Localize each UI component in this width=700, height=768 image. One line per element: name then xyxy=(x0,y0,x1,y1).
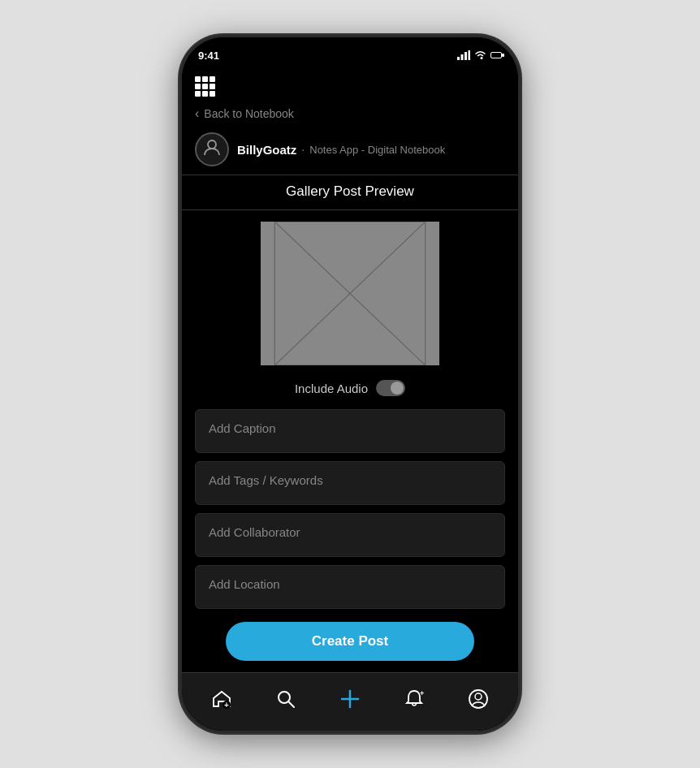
bottom-nav: + xyxy=(182,672,518,731)
svg-text:+: + xyxy=(224,701,229,710)
svg-rect-0 xyxy=(457,57,460,60)
status-icons xyxy=(457,50,502,60)
wifi-icon xyxy=(474,50,486,60)
nav-item-search[interactable] xyxy=(269,685,303,713)
top-app-bar xyxy=(182,73,518,101)
grid-icon[interactable] xyxy=(195,76,215,97)
phone-shell: 9:41 xyxy=(179,35,521,733)
svg-text:+: + xyxy=(420,689,424,697)
notch xyxy=(301,37,399,60)
toggle-knob xyxy=(391,382,404,395)
collaborator-placeholder: Add Collaborator xyxy=(209,525,300,539)
svg-rect-1 xyxy=(461,54,464,60)
audio-label: Include Audio xyxy=(295,382,368,395)
volume-down-button xyxy=(179,211,181,245)
username: BillyGoatz xyxy=(237,143,296,157)
collaborator-field[interactable]: Add Collaborator xyxy=(195,513,505,557)
image-placeholder[interactable] xyxy=(261,222,439,365)
svg-point-4 xyxy=(208,140,216,149)
caption-placeholder: Add Caption xyxy=(209,421,276,435)
tags-field[interactable]: Add Tags / Keywords xyxy=(195,461,505,505)
create-post-button[interactable]: Create Post xyxy=(226,622,474,661)
battery-icon xyxy=(490,52,502,58)
location-field[interactable]: Add Location xyxy=(195,565,505,609)
user-info: BillyGoatz · Notes App - Digital Noteboo… xyxy=(237,143,445,157)
avatar-icon xyxy=(201,136,223,162)
signal-icon xyxy=(457,50,470,60)
plus-icon xyxy=(339,688,361,710)
volume-up-button xyxy=(179,167,181,201)
svg-rect-2 xyxy=(465,52,467,60)
back-label: Back to Notebook xyxy=(204,107,294,120)
status-time: 9:41 xyxy=(198,50,219,62)
status-bar: 9:41 xyxy=(182,37,518,73)
avatar xyxy=(195,132,229,166)
back-arrow-icon: ‹ xyxy=(195,106,199,121)
main-content: Include Audio Add Caption Add Tags / Key… xyxy=(182,210,518,672)
page-title-container: Gallery Post Preview xyxy=(182,175,518,210)
nav-item-notifications[interactable]: + xyxy=(397,685,431,713)
location-placeholder: Add Location xyxy=(209,577,280,591)
side-button xyxy=(179,135,181,159)
caption-field[interactable]: Add Caption xyxy=(195,409,505,453)
search-icon xyxy=(275,688,296,710)
audio-toggle[interactable] xyxy=(376,380,405,396)
notifications-icon: + xyxy=(404,688,425,710)
back-navigation[interactable]: ‹ Back to Notebook xyxy=(182,101,518,126)
phone-screen: 9:41 xyxy=(182,37,518,731)
tags-placeholder: Add Tags / Keywords xyxy=(209,473,323,487)
user-header: BillyGoatz · Notes App - Digital Noteboo… xyxy=(182,126,518,175)
audio-toggle-row: Include Audio xyxy=(195,380,505,396)
home-add-icon: + xyxy=(211,688,232,710)
placeholder-svg xyxy=(261,222,439,365)
svg-rect-3 xyxy=(469,50,471,60)
separator: · xyxy=(301,143,305,156)
nav-item-plus[interactable] xyxy=(332,684,368,714)
nav-item-profile[interactable] xyxy=(461,685,495,713)
nav-item-home-add[interactable]: + xyxy=(205,685,239,713)
page-title: Gallery Post Preview xyxy=(286,183,414,199)
profile-icon xyxy=(468,688,489,710)
svg-line-12 xyxy=(288,701,294,707)
svg-point-17 xyxy=(475,693,482,700)
app-name: Notes App - Digital Notebook xyxy=(309,144,445,156)
